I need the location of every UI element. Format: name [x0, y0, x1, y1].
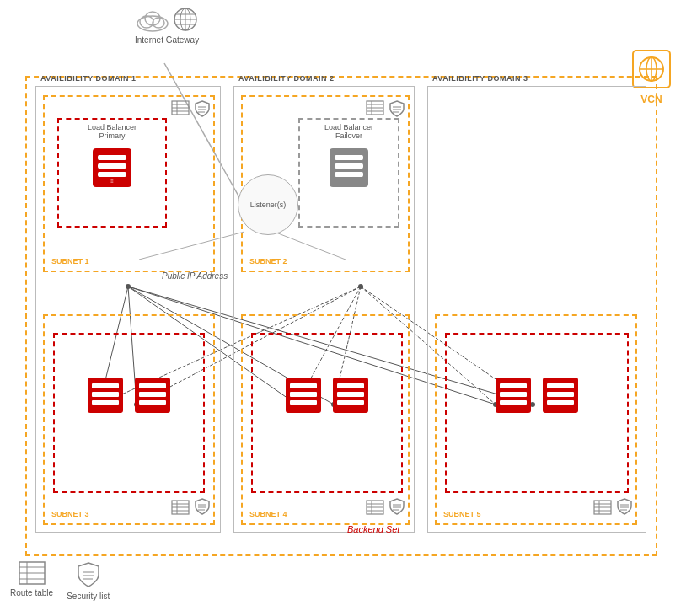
svg-text:≡: ≡	[110, 179, 114, 184]
ad2-servers	[253, 377, 401, 414]
ad1-servers	[55, 377, 203, 414]
svg-rect-66	[139, 400, 166, 405]
lb-failover-box: Load BalancerFailover	[298, 118, 399, 228]
ad3-label: AVAILIBILITY DOMAIN 3	[432, 74, 528, 83]
lb-primary-box: Load BalancerPrimary ≡	[57, 118, 167, 228]
legend-security-icon	[77, 561, 100, 588]
subnet1-label: SUBNET 1	[51, 257, 89, 265]
svg-rect-105	[500, 392, 527, 397]
svg-rect-109	[547, 392, 574, 397]
svg-rect-89	[290, 392, 317, 397]
backend-set-label: Backend Set	[347, 524, 399, 534]
subnet4-route-icon	[366, 500, 384, 518]
subnet3-box: SUBNET 3	[43, 314, 215, 525]
svg-rect-60	[92, 383, 119, 388]
server-icon-3	[285, 377, 322, 414]
svg-rect-49	[98, 172, 126, 177]
lb-failover-label: Load BalancerFailover	[300, 123, 398, 140]
legend-route-icon	[19, 561, 46, 585]
svg-rect-61	[92, 392, 119, 397]
svg-rect-93	[337, 392, 364, 397]
subnet5-label: SUBNET 5	[443, 510, 481, 518]
subnet1-route-icon	[171, 100, 190, 119]
subnet1-box: SUBNET 1	[43, 95, 215, 272]
listener-label: Listener(s)	[250, 201, 287, 209]
gateway-icon	[173, 7, 198, 32]
server-icon-5	[495, 377, 532, 414]
listener-circle: Listener(s)	[238, 174, 298, 235]
svg-rect-110	[547, 400, 574, 405]
svg-rect-92	[337, 383, 364, 388]
ad2-backend-box	[251, 333, 403, 493]
subnet3-route-icon	[171, 500, 190, 518]
ad3-backend-box	[445, 333, 629, 493]
ad2-label: AVAILIBILITY DOMAIN 2	[238, 74, 335, 83]
subnet2-route-icon	[366, 100, 384, 119]
svg-rect-77	[335, 163, 363, 169]
server-icon-4	[332, 377, 369, 414]
ad3-box: AVAILIBILITY DOMAIN 3 SUBNET 5	[427, 86, 646, 533]
server-icon-1	[87, 377, 124, 414]
svg-rect-76	[335, 155, 363, 160]
ad1-label: AVAILIBILITY DOMAIN 1	[40, 74, 137, 83]
svg-rect-64	[139, 383, 166, 388]
lb-primary-label: Load BalancerPrimary	[59, 123, 165, 140]
legend-route-label: Route table	[10, 588, 53, 597]
vcn-box: VCN AVAILIBILITY DOMAIN 1 SUBNET 1	[25, 76, 657, 556]
subnet4-security-icon	[389, 498, 405, 518]
subnet5-box: SUBNET 5	[435, 314, 637, 525]
diagram-container: Internet Gateway VCN AVAILIBILITY DOMAIN…	[0, 0, 686, 616]
server-icon-6	[542, 377, 579, 414]
cloud-icon	[136, 8, 169, 32]
public-ip-label: Public IP Address	[162, 271, 228, 281]
lb-primary-icon: ≡	[59, 147, 165, 189]
subnet3-label: SUBNET 3	[51, 510, 89, 518]
svg-rect-90	[290, 400, 317, 405]
subnet5-route-icon	[593, 500, 612, 518]
vcn-icon	[630, 48, 673, 90]
inet-gw-label: Internet Gateway	[135, 35, 199, 45]
ad1-backend-box	[53, 333, 205, 493]
subnet3-security-icon	[195, 498, 210, 518]
svg-rect-78	[335, 172, 363, 177]
ad2-box: AVAILIBILITY DOMAIN 2 SUBNET 2	[233, 86, 415, 533]
server-icon-2	[134, 377, 171, 414]
subnet1-security-icon	[195, 100, 210, 121]
legend: Route table Security list	[10, 561, 110, 601]
ad1-box: AVAILIBILITY DOMAIN 1 SUBNET 1	[35, 86, 221, 533]
subnet5-security-icon	[617, 498, 632, 518]
legend-security-list: Security list	[67, 561, 110, 601]
svg-rect-47	[98, 155, 126, 160]
svg-rect-65	[139, 392, 166, 397]
legend-security-label: Security list	[67, 592, 110, 601]
svg-rect-48	[98, 163, 126, 169]
svg-rect-104	[500, 383, 527, 388]
svg-rect-62	[92, 400, 119, 405]
legend-route-table: Route table	[10, 561, 53, 597]
svg-rect-108	[547, 383, 574, 388]
subnet4-label: SUBNET 4	[249, 510, 287, 518]
ad3-servers	[447, 377, 627, 414]
subnet2-label: SUBNET 2	[249, 257, 287, 265]
svg-rect-106	[500, 400, 527, 405]
lb-failover-icon	[300, 147, 398, 189]
internet-gateway: Internet Gateway	[135, 8, 199, 45]
subnet4-box: SUBNET 4	[241, 314, 410, 525]
svg-rect-88	[290, 383, 317, 388]
svg-rect-94	[337, 400, 364, 405]
